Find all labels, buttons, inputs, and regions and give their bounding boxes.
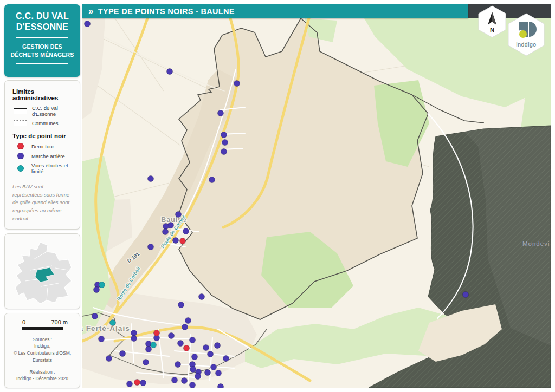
dashed-boundary-swatch	[14, 120, 27, 126]
point-marche-arriere[interactable]	[178, 302, 184, 308]
sources-line: Inddigo,	[9, 343, 75, 350]
point-marche-arriere[interactable]	[183, 228, 189, 234]
legend-item-cc: C.C. du Val d'Essonne	[14, 105, 74, 117]
sources-block: Sources : Inddigo, © Les Contributeurs d…	[9, 336, 75, 364]
minimap-svg	[9, 238, 76, 305]
point-marche-arriere[interactable]	[208, 351, 214, 357]
point-marche-arriere[interactable]	[218, 384, 224, 388]
point-voies-etroites[interactable]	[151, 342, 157, 348]
red-dot-swatch	[17, 143, 24, 149]
point-marche-arriere[interactable]	[167, 69, 173, 75]
legend-item-label: C.C. du Val d'Essonne	[32, 105, 74, 117]
legend-limits-title: Limites administratives	[12, 88, 74, 101]
point-marche-arriere[interactable]	[99, 336, 105, 342]
point-marche-arriere[interactable]	[190, 382, 196, 388]
legend-types-title: Type de point noir	[12, 133, 74, 139]
sources-line: © Les Contributeurs d'OSM,	[9, 350, 75, 357]
point-marche-arriere[interactable]	[182, 378, 188, 384]
point-marche-arriere[interactable]	[131, 330, 137, 336]
logo-badge: inddigo	[507, 13, 545, 56]
point-marche-arriere[interactable]	[221, 149, 227, 155]
point-marche-arriere[interactable]	[178, 341, 184, 347]
point-marche-arriere[interactable]	[148, 244, 154, 250]
point-demi-tour[interactable]	[134, 380, 140, 386]
point-marche-arriere[interactable]	[215, 343, 221, 349]
point-marche-arriere[interactable]	[172, 377, 178, 383]
point-marche-arriere[interactable]	[463, 292, 469, 298]
legend-note: Les BAV sont représentées sous forme de …	[12, 183, 73, 223]
point-marche-arriere[interactable]	[221, 132, 227, 138]
north-arrow-icon: N	[478, 5, 506, 38]
legend-panel: Limites administratives C.C. du Val d'Es…	[4, 80, 80, 230]
point-marche-arriere[interactable]	[163, 229, 169, 235]
brand-title: C.C. DU VAL D'ESSONNE	[9, 11, 76, 32]
point-demi-tour[interactable]	[184, 345, 190, 351]
brand-subtitle: GESTION DES DÉCHETS MÉNAGERS	[9, 43, 76, 58]
point-marche-arriere[interactable]	[222, 140, 228, 146]
page: C.C. DU VAL D'ESSONNE GESTION DES DÉCHET…	[0, 0, 555, 392]
legend-item-label: Marche arrière	[31, 153, 65, 159]
point-marche-arriere[interactable]	[94, 287, 100, 293]
point-marche-arriere[interactable]	[218, 110, 224, 116]
map-canvas: Baulne La Ferté-Alais Mondevi Route de C…	[82, 4, 551, 388]
map-viewport[interactable]: Baulne La Ferté-Alais Mondevi Route de C…	[82, 4, 551, 388]
point-marche-arriere[interactable]	[205, 370, 211, 376]
point-marche-arriere[interactable]	[127, 381, 133, 387]
north-badge: N	[478, 5, 506, 38]
point-marche-arriere[interactable]	[131, 336, 137, 342]
point-marche-arriere[interactable]	[143, 360, 149, 365]
point-marche-arriere[interactable]	[195, 374, 201, 380]
point-marche-arriere[interactable]	[92, 313, 98, 319]
point-marche-arriere[interactable]	[185, 318, 191, 324]
scale-start: 0	[22, 319, 25, 325]
scale-credits-panel: 0 700 m Sources : Inddigo, © Les Contrib…	[4, 313, 80, 388]
point-marche-arriere[interactable]	[146, 347, 152, 352]
point-marche-arriere[interactable]	[148, 176, 154, 182]
point-demi-tour[interactable]	[180, 238, 186, 244]
credits: Sources : Inddigo, © Les Contributeurs d…	[9, 336, 75, 383]
point-marche-arriere[interactable]	[85, 21, 91, 27]
point-marche-arriere[interactable]	[216, 370, 222, 376]
point-voies-etroites[interactable]	[110, 320, 116, 326]
point-marche-arriere[interactable]	[182, 324, 188, 330]
inddigo-logo: inddigo	[507, 13, 545, 56]
brand-panel: C.C. DU VAL D'ESSONNE GESTION DES DÉCHET…	[4, 4, 80, 77]
sources-line: Eurostats	[9, 357, 75, 364]
legend-item-label: Voies étroites et limité	[31, 162, 74, 174]
point-marche-arriere[interactable]	[106, 356, 112, 362]
point-demi-tour[interactable]	[154, 330, 160, 336]
map-title-bar: » TYPE DE POINTS NOIRS - BAULNE	[82, 4, 468, 18]
point-marche-arriere[interactable]	[234, 81, 240, 87]
north-label: N	[490, 27, 494, 33]
point-marche-arriere[interactable]	[190, 367, 196, 373]
brand-divider	[16, 37, 69, 38]
point-marche-arriere[interactable]	[190, 337, 196, 343]
point-marche-arriere[interactable]	[199, 294, 205, 300]
point-marche-arriere[interactable]	[211, 364, 217, 370]
point-marche-arriere[interactable]	[120, 351, 126, 357]
point-marche-arriere[interactable]	[169, 333, 175, 339]
chevrons-icon: »	[88, 6, 94, 17]
point-marche-arriere[interactable]	[173, 238, 179, 244]
point-marche-arriere[interactable]	[209, 177, 215, 183]
point-marche-arriere[interactable]	[176, 212, 182, 218]
sources-label: Sources :	[9, 336, 75, 343]
point-voies-etroites[interactable]	[99, 282, 105, 288]
point-marche-arriere[interactable]	[223, 356, 229, 362]
legend-item-label: Communes	[32, 120, 59, 126]
solid-boundary-swatch	[14, 108, 27, 114]
scale-bar	[22, 327, 63, 330]
minimap-panel[interactable]	[4, 233, 80, 309]
town-label-mondeville: Mondevi	[522, 240, 550, 247]
scale-labels: 0 700 m	[9, 319, 75, 325]
scale-end: 700 m	[51, 319, 68, 325]
brand-divider-bottom	[16, 63, 69, 64]
realisation-value: Inddigo - Décembre 2020	[9, 375, 75, 382]
realisation-block: Réalisation : Inddigo - Décembre 2020	[9, 369, 75, 383]
point-marche-arriere[interactable]	[203, 345, 209, 351]
map-title: TYPE DE POINTS NOIRS - BAULNE	[98, 7, 235, 16]
point-marche-arriere[interactable]	[192, 354, 198, 360]
point-marche-arriere[interactable]	[175, 362, 181, 368]
point-marche-arriere[interactable]	[163, 224, 169, 230]
point-marche-arriere[interactable]	[140, 380, 146, 386]
